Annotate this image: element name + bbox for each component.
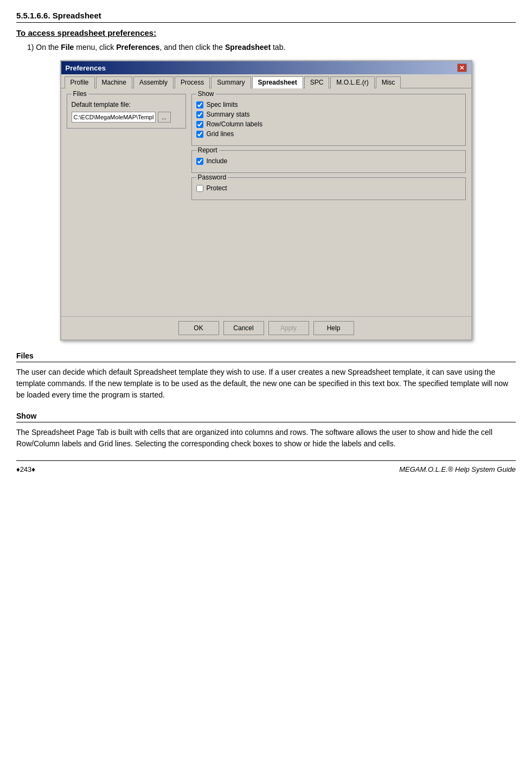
page-container: 5.5.1.6.6. Spreadsheet To access spreads… — [0, 0, 532, 484]
template-input-row: ... — [72, 112, 181, 123]
dialog-titlebar: Preferences ✕ — [61, 61, 471, 74]
dialog-buttons: OK Cancel Apply Help — [61, 316, 471, 339]
protect-checkbox[interactable] — [196, 185, 203, 192]
browse-button[interactable]: ... — [158, 112, 171, 123]
access-heading: To access spreadsheet preferences: — [16, 28, 516, 37]
apply-button[interactable]: Apply — [268, 321, 309, 335]
dialog-content: Files Default template file: ... Show — [61, 88, 471, 316]
files-section: Files The user can decide which default … — [16, 351, 516, 401]
help-button[interactable]: Help — [313, 321, 354, 335]
right-panel: Show Spec limits Summary stats Row/Colum… — [191, 94, 466, 311]
tab-machine[interactable]: Machine — [96, 76, 132, 88]
tab-process[interactable]: Process — [175, 76, 210, 88]
preferences-bold: Preferences — [116, 43, 159, 52]
spec-limits-row: Spec limits — [196, 101, 461, 108]
tab-misc[interactable]: Misc — [376, 76, 401, 88]
dialog-tabs: Profile Machine Assembly Process Summary… — [61, 74, 471, 88]
spec-limits-checkbox[interactable] — [196, 101, 203, 108]
summary-stats-checkbox[interactable] — [196, 111, 203, 118]
tab-summary[interactable]: Summary — [211, 76, 251, 88]
show-group-label: Show — [196, 90, 216, 98]
grid-lines-label: Grid lines — [207, 130, 234, 138]
close-button[interactable]: ✕ — [457, 63, 467, 72]
grid-lines-row: Grid lines — [196, 130, 461, 138]
footer-page-number: ♦243♦ — [16, 465, 35, 473]
dialog-wrapper: Preferences ✕ Profile Machine Assembly P… — [16, 60, 516, 341]
show-section: Show The Spreadsheet Page Tab is built w… — [16, 412, 516, 450]
cancel-button[interactable]: Cancel — [223, 321, 264, 335]
show-section-title: Show — [16, 412, 516, 422]
dialog-title: Preferences — [66, 64, 106, 72]
include-label: Include — [207, 157, 228, 165]
page-footer: ♦243♦ MEGAM.O.L.E.® Help System Guide — [16, 460, 516, 473]
protect-row: Protect — [196, 184, 461, 192]
password-group-label: Password — [196, 174, 228, 181]
section-heading: 5.5.1.6.6. Spreadsheet — [16, 11, 516, 23]
show-section-body: The Spreadsheet Page Tab is built with c… — [16, 427, 516, 450]
files-group: Files Default template file: ... — [67, 94, 186, 129]
ok-button[interactable]: OK — [178, 321, 219, 335]
tab-spreadsheet[interactable]: Spreadsheet — [252, 76, 303, 88]
files-section-body: The user can decide which default Spread… — [16, 367, 516, 401]
tab-profile[interactable]: Profile — [65, 76, 95, 88]
summary-stats-row: Summary stats — [196, 111, 461, 118]
left-panel: Files Default template file: ... — [67, 94, 186, 311]
report-group-label: Report — [196, 146, 219, 154]
row-column-labels-label: Row/Column labels — [207, 120, 262, 128]
template-input[interactable] — [72, 112, 156, 123]
files-group-label: Files — [72, 90, 88, 98]
include-row: Include — [196, 157, 461, 165]
row-column-labels-row: Row/Column labels — [196, 120, 461, 128]
tab-assembly[interactable]: Assembly — [133, 76, 174, 88]
tab-spc[interactable]: SPC — [304, 76, 330, 88]
tab-mole[interactable]: M.O.L.E.(r) — [330, 76, 374, 88]
spreadsheet-bold: Spreadsheet — [225, 43, 271, 52]
summary-stats-label: Summary stats — [207, 111, 250, 118]
step-text: 1) On the File menu, click Preferences, … — [27, 43, 516, 52]
row-column-labels-checkbox[interactable] — [196, 121, 203, 128]
grid-lines-checkbox[interactable] — [196, 131, 203, 138]
report-group: Report Include — [191, 150, 466, 173]
footer-brand: MEGAM.O.L.E.® Help System Guide — [399, 465, 516, 473]
include-checkbox[interactable] — [196, 158, 203, 165]
preferences-dialog: Preferences ✕ Profile Machine Assembly P… — [60, 60, 472, 341]
template-label: Default template file: — [72, 101, 181, 108]
password-group: Password Protect — [191, 177, 466, 200]
file-bold: File — [61, 43, 74, 52]
protect-label: Protect — [207, 184, 227, 192]
show-group: Show Spec limits Summary stats Row/Colum… — [191, 94, 466, 146]
spec-limits-label: Spec limits — [207, 101, 238, 108]
files-section-title: Files — [16, 351, 516, 362]
